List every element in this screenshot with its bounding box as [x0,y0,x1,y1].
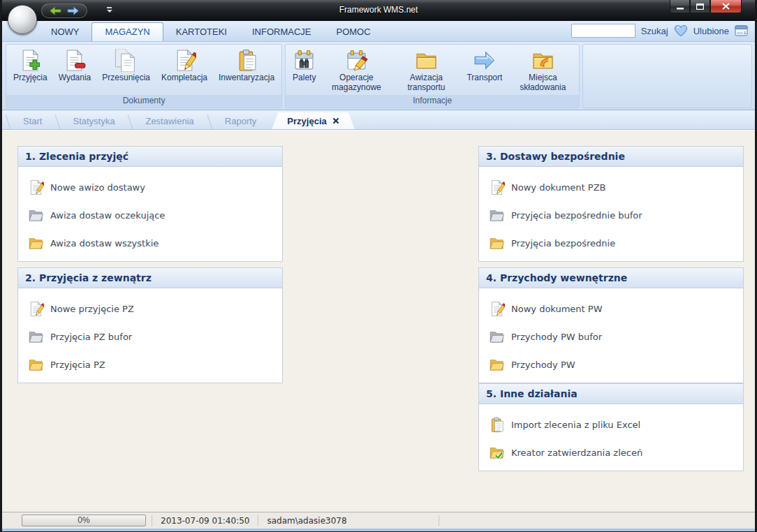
statusbar-separator [258,515,258,526]
ribbon-empty-area [582,44,752,108]
ribbon-button-awizacja-transportu[interactable]: Awizacja transportu [391,47,461,93]
document-edit-icon [489,179,505,195]
ribbon-tab-magazyn[interactable]: MAGAZYN [91,22,163,41]
folder-gray-icon [28,329,44,345]
doc-tab-raporty[interactable]: Raporty [210,112,272,129]
link-kreator-zatwierdzania-zlecen[interactable]: Kreator zatwierdzania zleceń [479,438,743,466]
clipboard-icon [489,417,505,433]
ribbon-group-dokumenty: Przyjęcia Wydania Przesunięcia Kompletac… [6,44,282,108]
ribbon-group-caption-informacje: Informacje [286,95,579,108]
link-przychody-pw[interactable]: Przychody PW [479,350,743,378]
document-remove-icon [63,49,86,72]
collapse-chevron-icon[interactable] [727,152,736,161]
folder-check-icon [489,445,505,461]
application-menu-orb[interactable] [8,5,37,34]
link-nowy-dokument-pzb[interactable]: Nowy dokument PZB [479,173,743,201]
document-edit-icon [28,301,44,317]
panel-header[interactable]: 1. Zlecenia przyjęć [18,147,282,167]
statusbar-datetime: 2013-07-09 01:40:50 [156,516,253,526]
panel-zlecenia-przyjec: 1. Zlecenia przyjęć Nowe awizo dostawy A… [17,146,283,262]
window-layout-icon[interactable] [735,25,748,36]
maximize-button[interactable] [690,0,710,13]
search-input[interactable] [571,24,635,38]
ribbon-tab-nowy[interactable]: NOWY [38,23,91,41]
ribbon-button-przyjecia[interactable]: Przyjęcia [8,47,53,83]
favorites-button[interactable]: Ulubione [693,26,729,36]
ribbon-tab-informacje[interactable]: INFORMACJE [240,23,324,41]
content-area: 1. Zlecenia przyjęć Nowe awizo dostawy A… [2,130,755,512]
ribbon-button-operacje-magazynowe[interactable]: Operacje magazynowe [321,47,391,93]
link-nowy-dokument-pw[interactable]: Nowy dokument PW [479,295,743,323]
ribbon-tab-kartoteki[interactable]: KARTOTEKI [163,23,240,41]
ribbon-button-palety[interactable]: Palety [287,47,321,83]
minimize-button[interactable] [670,0,690,13]
title-bar: Framework WMS.net [2,0,755,21]
ribbon-button-wydania[interactable]: Wydania [53,47,97,83]
status-bar: 0% 2013-07-09 01:40:50 sadam\adasie3078 [2,512,755,529]
ribbon-tab-row: NOWY MAGAZYN KARTOTEKI INFORMACJE POMOC … [2,21,755,42]
link-przyjecia-bezposrednie-bufor[interactable]: Przyjęcia bezpośrednie bufor [479,201,743,229]
window-title: Framework WMS.net [2,5,755,15]
panel-inne-dzialania: 5. Inne działania Import zlecenia z plik… [478,383,744,471]
panel-header[interactable]: 2. Przyjęcia z zewnątrz [18,268,282,288]
link-nowe-awizo-dostawy[interactable]: Nowe awizo dostawy [18,173,282,201]
close-tab-icon[interactable] [332,117,339,124]
folder-icon [415,49,438,72]
ribbon-button-kompletacja[interactable]: Kompletacja [156,47,213,83]
ribbon-button-przesuniecia[interactable]: Przesunięcia [96,47,156,83]
panel-header[interactable]: 5. Inne działania [479,384,743,404]
collapse-chevron-icon[interactable] [727,390,736,398]
link-przychody-pw-bufor[interactable]: Przychody PW bufor [479,323,743,350]
folder-gray-icon [28,207,44,223]
statusbar-separator [439,515,439,526]
panel-header[interactable]: 3. Dostawy bezpośrednie [479,147,743,167]
link-import-zlecenia-excel[interactable]: Import zlecenia z pliku Excel [479,411,743,438]
doc-tab-zestawienia[interactable]: Zestawienia [130,112,209,129]
heart-icon [674,24,688,37]
progress-bar: 0% [22,515,146,526]
folder-gray-icon [489,329,505,345]
statusbar-user: sadam\adasie3078 [263,516,351,526]
statusbar-separator [152,515,152,526]
clipboard-icon [235,49,258,72]
arrow-right-icon [473,49,496,72]
panel-header[interactable]: 4. Przychody wewnętrzne [479,268,743,288]
ribbon-button-transport[interactable]: Transport [461,47,508,83]
ribbon-group-caption-dokumenty: Dokumenty [6,95,281,108]
doc-tab-statystyka[interactable]: Statystyka [57,112,130,129]
collapse-chevron-icon[interactable] [727,274,736,282]
search-button[interactable]: Szukaj [641,26,668,36]
ribbon-tab-pomoc[interactable]: POMOC [323,23,383,41]
ribbon-button-inwentaryzacja[interactable]: Inwentaryzacja [213,47,280,83]
link-przyjecia-pz-bufor[interactable]: Przyjęcia PZ bufor [18,323,282,350]
close-button[interactable] [710,0,742,13]
folder-gray-icon [489,207,505,223]
doc-tab-start[interactable]: Start [8,112,57,129]
doc-tab-label: Przyjęcia [287,116,326,126]
folder-yellow-icon [489,235,505,251]
calendar-edit-icon [345,49,368,72]
folder-yellow-icon [28,235,44,251]
link-awiza-dostaw-oczekujace[interactable]: Awiza dostaw oczekujące [18,201,282,229]
document-edit-icon [173,49,196,72]
documents-copy-icon [115,49,138,72]
folder-yellow-icon [489,357,505,373]
document-edit-icon [28,179,44,195]
panel-przyjecia-z-zewnatrz: 2. Przyjęcia z zewnątrz Nowe przyjęcie P… [17,267,283,383]
link-awiza-dostaw-wszystkie[interactable]: Awiza dostaw wszystkie [18,229,282,257]
link-przyjecia-pz[interactable]: Przyjęcia PZ [18,350,282,378]
folder-yellow-icon [28,357,44,373]
doc-tab-przyjecia[interactable]: Przyjęcia [272,112,354,129]
document-edit-icon [489,301,505,317]
collapse-chevron-icon[interactable] [266,274,275,282]
ribbon: Przyjęcia Wydania Przesunięcia Kompletac… [2,42,755,110]
link-nowe-przyjecie-pz[interactable]: Nowe przyjęcie PZ [18,295,282,323]
ribbon-button-miejsca-skladowania[interactable]: Miejsca składowania [508,47,578,93]
collapse-chevron-icon[interactable] [266,152,275,161]
link-przyjecia-bezposrednie[interactable]: Przyjęcia bezpośrednie [479,229,743,257]
document-add-icon [19,49,42,72]
app-window: Framework WMS.net NOWY MAGAZYN KARTOTEKI… [0,0,757,532]
panel-przychody-wewnetrzne: 4. Przychody wewnętrzne Nowy dokument PW… [478,267,744,383]
document-tab-bar: Start Statystyka Zestawienia Raporty Prz… [2,110,755,130]
window-controls [670,0,742,13]
